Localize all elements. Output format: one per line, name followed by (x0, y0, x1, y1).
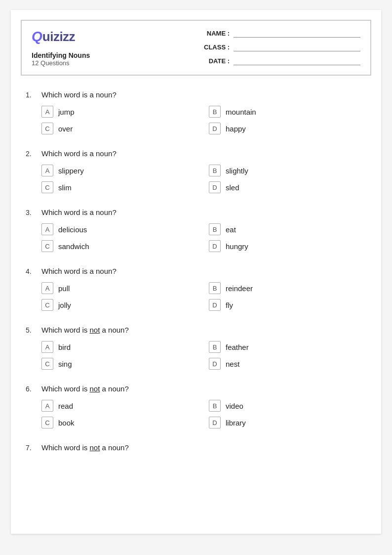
option-6d[interactable]: D library (209, 417, 366, 428)
option-text-4c: jolly (58, 301, 71, 309)
option-letter-3a: A (41, 223, 53, 235)
question-number-6: 6. (26, 385, 38, 393)
class-line[interactable] (234, 43, 360, 51)
name-label: NAME : (202, 30, 230, 37)
option-2c[interactable]: C slim (41, 181, 199, 193)
option-text-1b: mountain (226, 108, 256, 116)
option-1b[interactable]: B mountain (209, 106, 366, 118)
option-letter-4c: C (41, 299, 53, 311)
option-1a[interactable]: A jump (41, 106, 199, 118)
question-underline-5: not (90, 326, 100, 334)
option-letter-5c: C (41, 358, 53, 370)
question-text-7: Which word is not a noun? (41, 443, 129, 452)
option-text-3d: hungry (226, 242, 248, 251)
options-grid-5: A bird B feather C sing D nest (26, 341, 366, 370)
name-field-row: NAME : (202, 29, 360, 38)
option-5c[interactable]: C sing (41, 358, 199, 370)
option-5b[interactable]: B feather (209, 341, 366, 353)
option-text-2b: slightly (226, 167, 248, 175)
option-letter-4a: A (41, 282, 53, 294)
question-block-1: 1. Which word is a noun? A jump B mounta… (26, 90, 366, 134)
option-letter-5d: D (209, 358, 221, 370)
option-text-3c: sandwich (58, 242, 89, 251)
option-text-2c: slim (58, 183, 72, 192)
question-number-1: 1. (26, 91, 38, 99)
date-line[interactable] (234, 56, 360, 65)
option-6b[interactable]: B video (209, 400, 366, 412)
header-left: Quizizz Identifying Nouns 12 Questions (32, 29, 90, 67)
class-label: CLASS : (202, 43, 230, 51)
option-letter-3d: D (209, 240, 221, 252)
option-text-5b: feather (226, 343, 249, 351)
option-text-5a: bird (58, 343, 71, 351)
option-letter-6d: D (209, 417, 221, 428)
option-letter-4d: D (209, 299, 221, 311)
question-row-5: 5. Which word is not a noun? (26, 326, 366, 334)
option-text-6d: library (226, 419, 246, 427)
option-3b[interactable]: B eat (209, 223, 366, 235)
question-row-1: 1. Which word is a noun? (26, 90, 366, 99)
option-4c[interactable]: C jolly (41, 299, 199, 311)
option-text-4b: reindeer (226, 284, 253, 293)
option-4a[interactable]: A pull (41, 282, 199, 294)
option-letter-5b: B (209, 341, 221, 353)
option-letter-1d: D (209, 123, 221, 134)
option-letter-1b: B (209, 106, 221, 118)
question-underline-7: not (90, 443, 100, 452)
question-text-1: Which word is a noun? (41, 90, 117, 99)
question-text-3: Which word is a noun? (41, 208, 117, 216)
question-row-6: 6. Which word is not a noun? (26, 384, 366, 393)
option-2d[interactable]: D sled (209, 181, 366, 193)
quiz-info: Identifying Nouns 12 Questions (32, 51, 90, 67)
option-3d[interactable]: D hungry (209, 240, 366, 252)
question-row-7: 7. Which word is not a noun? (26, 443, 366, 452)
page: Quizizz Identifying Nouns 12 Questions N… (11, 10, 381, 534)
option-text-6b: video (226, 402, 243, 410)
option-6a[interactable]: A read (41, 400, 199, 412)
options-grid-3: A delicious B eat C sandwich D hungry (26, 223, 366, 252)
header: Quizizz Identifying Nouns 12 Questions N… (21, 20, 371, 76)
option-5a[interactable]: A bird (41, 341, 199, 353)
class-field-row: CLASS : (202, 43, 360, 51)
option-1d[interactable]: D happy (209, 123, 366, 134)
question-text-7-after: a noun? (100, 443, 128, 452)
question-block-7: 7. Which word is not a noun? (26, 443, 366, 452)
question-underline-6: not (90, 384, 100, 393)
question-text-6-after: a noun? (100, 384, 128, 393)
option-2a[interactable]: A slippery (41, 165, 199, 176)
logo: Quizizz (32, 29, 90, 44)
question-row-4: 4. Which word is a noun? (26, 267, 366, 275)
question-text-7-before: Which word is (41, 443, 90, 452)
option-2b[interactable]: B slightly (209, 165, 366, 176)
option-letter-6b: B (209, 400, 221, 412)
option-text-2a: slippery (58, 167, 84, 175)
option-letter-2b: B (209, 165, 221, 176)
option-text-3b: eat (226, 225, 236, 234)
name-line[interactable] (234, 29, 360, 38)
question-number-7: 7. (26, 444, 38, 452)
option-5d[interactable]: D nest (209, 358, 366, 370)
option-1c[interactable]: C over (41, 123, 199, 134)
question-number-3: 3. (26, 209, 38, 216)
option-3a[interactable]: A delicious (41, 223, 199, 235)
question-number-5: 5. (26, 326, 38, 334)
option-4b[interactable]: B reindeer (209, 282, 366, 294)
option-6c[interactable]: C book (41, 417, 199, 428)
options-grid-1: A jump B mountain C over D happy (26, 106, 366, 134)
option-letter-5a: A (41, 341, 53, 353)
option-letter-1c: C (41, 123, 53, 134)
option-4d[interactable]: D fly (209, 299, 366, 311)
option-text-4d: fly (226, 301, 233, 309)
option-3c[interactable]: C sandwich (41, 240, 199, 252)
question-block-4: 4. Which word is a noun? A pull B reinde… (26, 267, 366, 311)
question-text-4: Which word is a noun? (41, 267, 117, 275)
question-text-5-after: a noun? (100, 326, 128, 334)
question-block-2: 2. Which word is a noun? A slippery B sl… (26, 149, 366, 193)
question-number-4: 4. (26, 267, 38, 275)
question-block-6: 6. Which word is not a noun? A read B vi… (26, 384, 366, 428)
option-letter-3b: B (209, 223, 221, 235)
question-block-5: 5. Which word is not a noun? A bird B fe… (26, 326, 366, 370)
option-letter-2c: C (41, 181, 53, 193)
option-text-5d: nest (226, 360, 239, 368)
question-text-6-before: Which word is (41, 384, 90, 393)
